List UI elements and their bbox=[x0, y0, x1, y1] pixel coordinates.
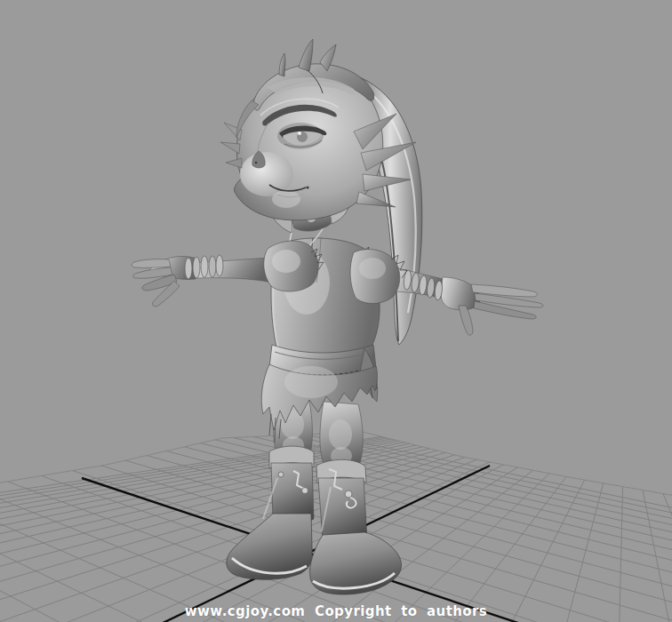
whisker-tuft bbox=[226, 158, 242, 168]
muzzle-cheek bbox=[240, 152, 293, 196]
right-thumb bbox=[459, 306, 473, 335]
toon-rabbit-character-model[interactable] bbox=[132, 39, 543, 594]
grid-line bbox=[408, 429, 617, 622]
3d-viewport[interactable]: www.cgjoy.com Copyright to authors bbox=[0, 0, 672, 622]
whisker-tuft bbox=[220, 142, 240, 154]
character-left-boot bbox=[227, 446, 314, 579]
grid-line bbox=[631, 434, 672, 622]
eye-highlight bbox=[298, 132, 301, 135]
character-right-arm bbox=[350, 250, 543, 336]
watermark-text: www.cgjoy.com Copyright to authors bbox=[185, 603, 487, 619]
chin bbox=[272, 190, 300, 208]
hair-spike bbox=[279, 53, 285, 76]
grid-line bbox=[649, 440, 672, 622]
character-right-boot bbox=[310, 459, 402, 594]
